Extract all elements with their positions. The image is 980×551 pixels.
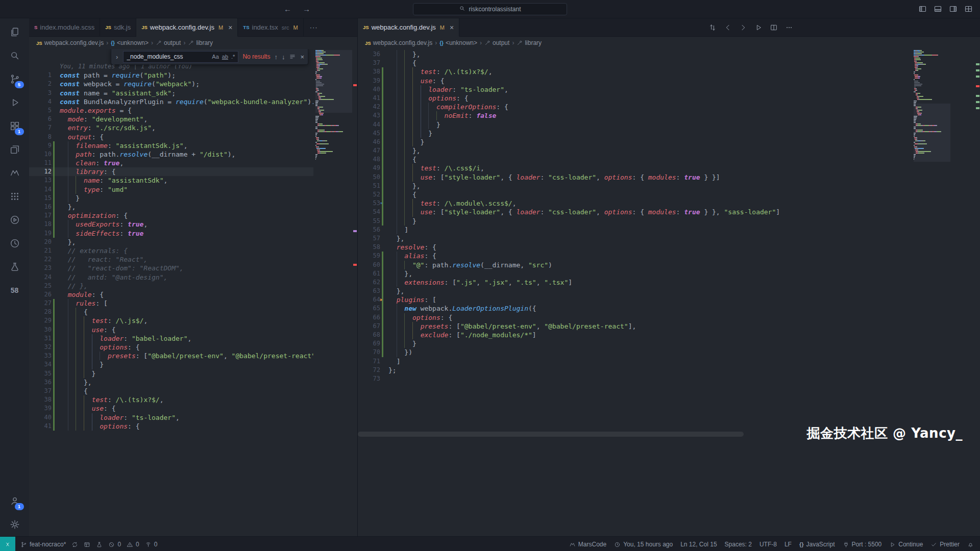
find-close-button[interactable]: × (300, 53, 304, 61)
status-eol[interactable]: LF (785, 541, 792, 548)
minimap-2[interactable] (914, 50, 950, 536)
close-tab-icon[interactable]: × (450, 24, 454, 31)
git-gutter (52, 238, 57, 246)
activity-file-collection[interactable] (3, 138, 27, 161)
find-input[interactable]: _node_modules_css Aa ab .* (123, 51, 238, 63)
breadcrumb-webpack.config.dev.js[interactable]: JSwebpack.config.dev.js (36, 39, 104, 46)
code-text: loader: "ts-loader", (385, 85, 508, 94)
breadcrumb-output[interactable]: output (484, 39, 509, 46)
tab-index.tsx[interactable]: TSindex.tsxsrcM (238, 18, 303, 36)
horizontal-scrollbar[interactable] (358, 432, 744, 437)
activity-source-control[interactable]: 5 (3, 67, 27, 91)
status-encoding[interactable]: UTF-8 (760, 541, 777, 548)
status-blame-status[interactable]: You, 15 hours ago (614, 541, 673, 548)
customize-layout-icon[interactable] (964, 5, 973, 13)
editor-2[interactable]: 36 },37 {38 test: /\.(ts)x?$/,39 use: {4… (358, 49, 980, 536)
git-gutter (380, 208, 385, 216)
symbol-namespace-icon: {} (439, 40, 444, 46)
history-back-icon[interactable]: ← (284, 5, 291, 13)
activity-extensions[interactable]: 1 (3, 114, 27, 138)
tab-overflow-button[interactable]: ··· (304, 18, 324, 36)
toggle-panel-bottom-icon[interactable] (934, 5, 942, 13)
git-gutter (52, 71, 57, 80)
activity-app-grid[interactable] (3, 185, 27, 208)
status-continue[interactable]: Continue (889, 541, 923, 548)
status-label: 0 (154, 541, 158, 548)
tab-index.module.scss[interactable]: Sindex.module.scss (29, 18, 100, 36)
find-in-selection-button[interactable] (289, 53, 296, 60)
activity-search[interactable] (3, 44, 27, 67)
toggle-panel-right-icon[interactable] (949, 5, 958, 13)
code-line: 63 }, (358, 287, 913, 295)
status-label: Ln 12, Col 15 (680, 541, 717, 548)
split-icon[interactable] (770, 23, 778, 32)
status-prettier[interactable]: Prettier (930, 541, 960, 548)
remote-indicator[interactable] (0, 537, 15, 551)
code-text: module: { (57, 290, 104, 299)
forward-icon[interactable] (739, 23, 747, 32)
tab-webpack.config.dev.js[interactable]: JSwebpack.config.dev.jsM× (136, 18, 238, 37)
status-warnings[interactable]: 0 (127, 541, 139, 548)
breadcrumb-unknown[interactable]: {}<unknown> (439, 39, 477, 46)
breadcrumb-webpack.config.dev.js[interactable]: JSwebpack.config.dev.js (365, 39, 432, 46)
close-tab-icon[interactable]: × (228, 24, 232, 31)
whole-word-toggle[interactable]: ab (222, 54, 228, 60)
status-marscode[interactable]: MarsCode (569, 541, 606, 548)
find-query[interactable]: _node_modules_css (127, 53, 209, 60)
tab-webpack.config.dev.js[interactable]: JSwebpack.config.dev.jsM× (358, 18, 459, 37)
status-label: You, 15 hours ago (623, 541, 673, 548)
tab-sdk.js[interactable]: JSsdk.js (100, 18, 136, 36)
breadcrumb-library[interactable]: library (517, 39, 542, 46)
command-center-search[interactable]: riskcontrolassistant (413, 3, 567, 15)
status-tests-tool[interactable] (96, 541, 103, 548)
status-cursor-position[interactable]: Ln 12, Col 15 (680, 541, 717, 548)
find-next-button[interactable]: ↓ (282, 53, 285, 61)
minimap-slider[interactable] (315, 50, 352, 113)
activity-explorer[interactable] (3, 20, 27, 44)
status-errors[interactable]: 0 (108, 541, 121, 548)
beaker-icon (96, 541, 103, 548)
code-area-1[interactable]: You, 11 minutes ago | 1 author (You)1con… (29, 49, 313, 536)
breadcrumb-output[interactable]: output (156, 39, 181, 46)
line-number: 65 (358, 304, 380, 313)
activity-run-circle[interactable] (3, 208, 27, 232)
play-icon[interactable] (754, 23, 763, 32)
breadcrumb-library[interactable]: library (188, 39, 213, 46)
status-indentation[interactable]: Spaces: 2 (725, 541, 752, 548)
toggle-panel-left-icon[interactable] (918, 5, 927, 13)
more-icon[interactable] (785, 23, 793, 32)
status-language-mode[interactable]: {}JavaScript (799, 541, 835, 548)
code-area-2[interactable]: 36 },37 {38 test: /\.(ts)x?$/,39 use: {4… (358, 49, 913, 536)
code-text: }; (385, 366, 397, 374)
activity-history[interactable] (3, 232, 27, 255)
line-number: 37 (29, 387, 52, 395)
regex-toggle[interactable]: .* (231, 54, 235, 60)
activity-testing[interactable] (3, 255, 27, 279)
status-live-server-port[interactable]: Port : 5500 (843, 541, 882, 548)
warn-icon (127, 541, 133, 548)
status-layout-tool[interactable] (84, 541, 90, 548)
breadcrumb-unknown[interactable]: {}<unknown> (111, 39, 149, 46)
line-number: 61 (358, 269, 380, 278)
status-git-branch[interactable]: feat-nocraco* (20, 541, 66, 548)
breadcrumbs-1: JSwebpack.config.dev.js›{}<unknown>›outp… (29, 37, 357, 49)
activity-marscode-ai[interactable] (3, 161, 27, 185)
history-forward-icon[interactable]: → (303, 5, 310, 13)
status-notifications[interactable] (967, 541, 974, 548)
ts-file-icon: TS (243, 24, 249, 30)
editor-1[interactable]: You, 11 minutes ago | 1 author (You)1con… (29, 49, 357, 536)
minimap-slider[interactable] (914, 104, 950, 162)
minimap-1[interactable] (315, 50, 352, 536)
activity-settings[interactable] (3, 513, 27, 536)
status-sync[interactable] (71, 541, 78, 548)
code-text: }, (385, 269, 412, 278)
back-icon[interactable] (724, 23, 732, 32)
toggle-replace-chevron[interactable]: › (115, 53, 119, 61)
match-case-toggle[interactable]: Aa (212, 54, 218, 60)
find-prev-button[interactable]: ↑ (274, 53, 278, 61)
activity-account[interactable]: 1 (3, 489, 27, 513)
activity-run-debug[interactable] (3, 91, 27, 114)
activity-counter[interactable]: 58 (3, 279, 27, 302)
status-ports[interactable]: 0 (145, 541, 158, 548)
compare-icon[interactable] (708, 23, 717, 32)
